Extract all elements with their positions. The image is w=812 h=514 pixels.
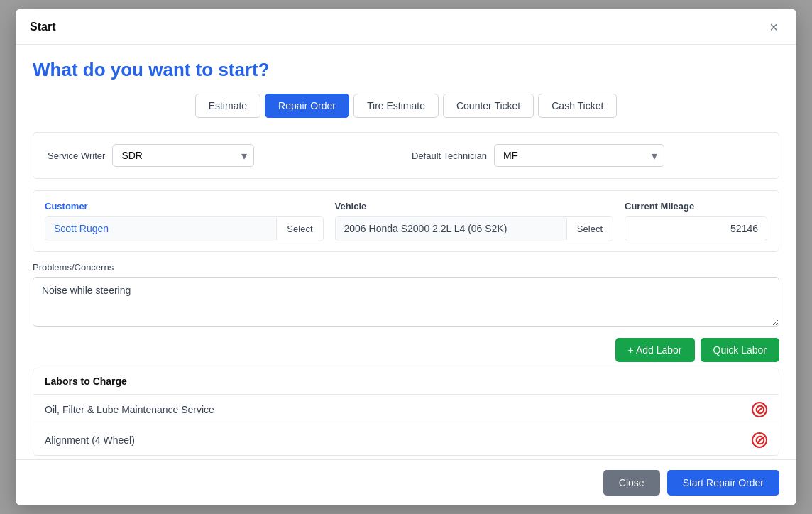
quick-labor-button[interactable]: Quick Labor: [701, 338, 779, 362]
modal-header: Start ×: [16, 9, 796, 45]
problems-label: Problems/Concerns: [33, 262, 779, 273]
start-repair-order-button[interactable]: Start Repair Order: [667, 470, 779, 496]
tab-estimate[interactable]: Estimate: [195, 94, 260, 118]
tab-tire-estimate[interactable]: Tire Estimate: [353, 94, 439, 118]
writer-technician-section: Service Writer SDR Default Technician MF: [33, 132, 779, 179]
labor-item: Oil, Filter & Lube Maintenance Service ⊘: [33, 395, 779, 425]
start-modal: Start × What do you want to start? Estim…: [16, 9, 796, 505]
modal-title: Start: [30, 21, 55, 33]
problems-section: Problems/Concerns Noise while steering: [33, 262, 779, 329]
customer-col: Customer Scott Rugen Select: [45, 201, 324, 241]
service-writer-group: Service Writer SDR: [48, 144, 400, 167]
mileage-label: Current Mileage: [625, 201, 767, 212]
vehicle-select-button[interactable]: Select: [566, 218, 613, 240]
technician-select-wrapper[interactable]: MF: [494, 144, 664, 167]
service-writer-select[interactable]: SDR: [112, 144, 254, 167]
add-labor-button[interactable]: + Add Labor: [615, 338, 695, 362]
labors-section: Labors to Charge Oil, Filter & Lube Main…: [33, 368, 779, 456]
delete-labor-0-icon[interactable]: ⊘: [752, 402, 767, 417]
default-technician-group: Default Technician MF: [412, 144, 764, 167]
problems-textarea[interactable]: Noise while steering: [33, 277, 779, 327]
customer-field-row: Scott Rugen Select: [45, 216, 324, 241]
customer-vehicle-section: Customer Scott Rugen Select Vehicle 2006…: [33, 190, 779, 252]
mileage-input[interactable]: [625, 216, 767, 241]
customer-value: Scott Rugen: [45, 217, 276, 241]
customer-label: Customer: [45, 201, 324, 212]
modal-footer: Close Start Repair Order: [16, 459, 796, 505]
service-writer-select-wrapper[interactable]: SDR: [112, 144, 254, 167]
labor-item-name: Alignment (4 Wheel): [45, 434, 135, 446]
default-technician-label: Default Technician: [412, 151, 487, 161]
vehicle-field-row: 2006 Honda S2000 2.2L L4 (06 S2K) Select: [335, 216, 614, 241]
vehicle-label: Vehicle: [335, 201, 614, 212]
modal-body: What do you want to start? Estimate Repa…: [16, 45, 796, 459]
customer-select-button[interactable]: Select: [276, 218, 322, 240]
delete-labor-1-icon[interactable]: ⊘: [752, 432, 767, 448]
tab-cash-ticket[interactable]: Cash Ticket: [538, 94, 617, 118]
tab-repair-order[interactable]: Repair Order: [265, 94, 349, 118]
labors-header: Labors to Charge: [33, 368, 779, 395]
page-heading: What do you want to start?: [33, 59, 779, 81]
vehicle-value: 2006 Honda S2000 2.2L L4 (06 S2K): [336, 217, 566, 241]
close-icon-button[interactable]: ×: [765, 18, 782, 35]
vehicle-col: Vehicle 2006 Honda S2000 2.2L L4 (06 S2K…: [335, 201, 614, 241]
service-writer-label: Service Writer: [48, 151, 105, 161]
ticket-type-selector: Estimate Repair Order Tire Estimate Coun…: [33, 94, 779, 118]
labor-button-row: + Add Labor Quick Labor: [33, 338, 779, 362]
close-button[interactable]: Close: [603, 470, 660, 496]
tab-counter-ticket[interactable]: Counter Ticket: [443, 94, 534, 118]
labor-item: Alignment (4 Wheel) ⊘: [33, 425, 779, 455]
technician-select[interactable]: MF: [494, 144, 664, 167]
mileage-col: Current Mileage: [625, 201, 767, 241]
labor-item-name: Oil, Filter & Lube Maintenance Service: [45, 404, 214, 415]
